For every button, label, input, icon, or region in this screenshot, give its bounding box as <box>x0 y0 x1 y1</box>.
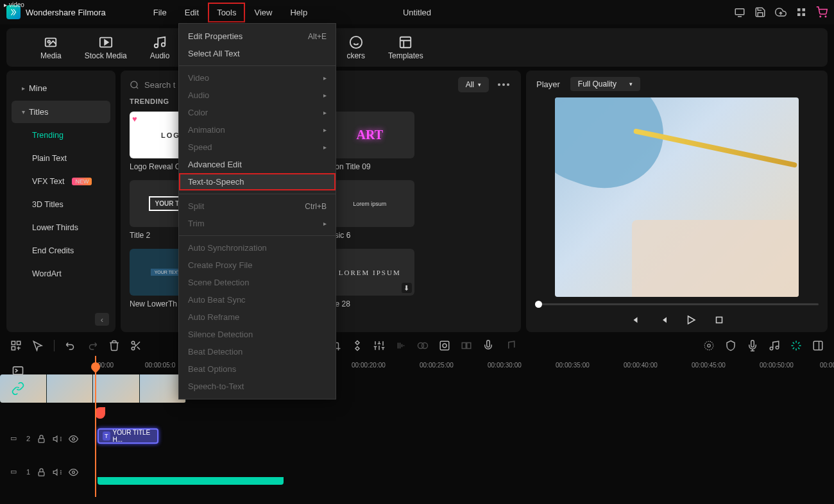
dd-auto-sync[interactable]: Auto Synchronization <box>179 239 336 256</box>
marker[interactable] <box>95 407 105 419</box>
menu-tools[interactable]: Tools <box>208 3 245 22</box>
thumb-neon[interactable]: ARTNeon Title 09 <box>325 112 414 171</box>
display-icon[interactable] <box>734 6 745 18</box>
adjust-button[interactable] <box>373 340 385 351</box>
tab-media[interactable]: Media <box>29 35 73 60</box>
dd-animation[interactable]: Animation▸ <box>179 121 336 139</box>
chroma-button[interactable] <box>439 340 450 351</box>
video-clip[interactable]: ▸video <box>0 374 186 403</box>
sidebar-titles[interactable]: ▾Titles <box>12 101 110 123</box>
svg-point-6 <box>825 16 826 17</box>
sidebar-vfx-text[interactable]: VFX TextNEW <box>12 171 110 192</box>
dd-select-all[interactable]: Select All Text <box>179 45 336 62</box>
visibility-icon[interactable] <box>69 467 78 477</box>
sidebar-plain-text[interactable]: Plain Text <box>12 147 110 169</box>
dd-trim[interactable]: Trim▸ <box>179 215 336 232</box>
dd-beat-opts[interactable]: Beat Options <box>179 360 336 378</box>
mute-icon[interactable] <box>53 434 62 444</box>
save-icon[interactable] <box>754 6 766 18</box>
dd-silence[interactable]: Silence Detection <box>179 326 336 343</box>
delete-button[interactable] <box>108 340 120 351</box>
sidebar-trending[interactable]: Trending <box>12 124 110 146</box>
sidebar-3d-titles[interactable]: 3D Titles <box>12 194 110 215</box>
favorite-icon[interactable]: ♥ <box>132 114 137 124</box>
new-badge: NEW <box>72 178 92 185</box>
sidebar-wordart[interactable]: WordArt <box>12 263 110 285</box>
mask-button[interactable] <box>417 340 429 351</box>
mute-icon[interactable] <box>53 467 62 477</box>
tab-stickers[interactable]: ckers <box>335 35 377 60</box>
dd-advanced-edit[interactable]: Advanced Edit <box>179 156 336 173</box>
svg-point-8 <box>48 40 51 43</box>
dd-proxy[interactable]: Create Proxy File <box>179 256 336 274</box>
app-name: Wondershare Filmora <box>26 8 106 17</box>
sidebar-mine[interactable]: ▸Mine <box>12 77 110 99</box>
voice-button[interactable] <box>482 340 494 351</box>
tab-audio[interactable]: Audio <box>139 35 182 60</box>
download-icon[interactable]: ⬇ <box>402 283 412 293</box>
svg-point-26 <box>708 344 711 348</box>
cart-icon[interactable] <box>816 6 828 18</box>
timeline-link-button[interactable] <box>12 382 24 395</box>
cloud-icon[interactable] <box>775 6 787 18</box>
more-options-button[interactable] <box>495 81 512 88</box>
dd-stt[interactable]: Speech-to-Text <box>179 378 336 395</box>
menu-file[interactable]: File <box>144 3 176 22</box>
quality-dropdown[interactable]: Full Quality▾ <box>570 77 640 91</box>
filter-all-dropdown[interactable]: All▾ <box>458 77 489 92</box>
render-button[interactable] <box>703 340 715 351</box>
cut-button[interactable] <box>130 340 142 351</box>
dd-beat-detect[interactable]: Beat Detection <box>179 343 336 360</box>
menu-view[interactable]: View <box>245 3 281 22</box>
thumb-basic6[interactable]: Lorem ipsumBasic 6 <box>325 180 414 240</box>
dd-scene[interactable]: Scene Detection <box>179 274 336 291</box>
select-tool-button[interactable] <box>32 340 44 351</box>
menu-edit[interactable]: Edit <box>176 3 208 22</box>
sidebar-end-credits[interactable]: End Credits <box>12 240 110 262</box>
snap-button[interactable] <box>790 340 802 351</box>
marker-button[interactable] <box>725 340 736 351</box>
speed-button[interactable] <box>395 340 407 351</box>
play-button[interactable] <box>685 314 697 326</box>
apps-icon[interactable] <box>796 6 807 18</box>
preview-scrubber[interactable] <box>535 303 819 305</box>
document-title: Untitled <box>403 8 431 17</box>
svg-point-25 <box>704 341 713 350</box>
expand-button[interactable] <box>812 340 824 351</box>
dd-color[interactable]: Color▸ <box>179 104 336 121</box>
step-back-button[interactable] <box>657 314 668 326</box>
record-button[interactable] <box>747 340 758 351</box>
dd-text-to-speech[interactable]: Text-to-Speech <box>179 173 336 190</box>
dd-speed[interactable]: Speed▸ <box>179 139 336 156</box>
group-button[interactable] <box>461 340 472 351</box>
dd-edit-properties[interactable]: Edit PropertiesAlt+E <box>179 28 336 45</box>
tab-stock-media[interactable]: Stock Media <box>73 35 139 60</box>
svg-point-12 <box>131 81 137 87</box>
sidebar-lower-thirds[interactable]: Lower Thirds <box>12 217 110 239</box>
text-clip[interactable]: TYOUR TITLE H... <box>98 428 158 444</box>
timeline-zoom-button[interactable] <box>12 364 24 377</box>
add-track-button[interactable] <box>10 340 22 351</box>
playhead[interactable] <box>95 356 96 497</box>
audio-mix-button[interactable] <box>504 340 516 351</box>
preview-viewport[interactable] <box>555 97 799 297</box>
lock-icon[interactable] <box>37 434 46 444</box>
dd-beat-sync[interactable]: Auto Beat Sync <box>179 291 336 308</box>
music-button[interactable] <box>769 340 780 351</box>
dd-audio[interactable]: Audio▸ <box>179 87 336 104</box>
prev-frame-button[interactable] <box>629 314 640 326</box>
lock-icon[interactable] <box>37 467 46 477</box>
audio-waveform[interactable] <box>98 477 284 485</box>
tab-templates[interactable]: Templates <box>377 35 435 60</box>
stop-button[interactable] <box>713 314 725 326</box>
thumb-title28[interactable]: LOREM IPSUM⬇Title 28 <box>325 249 414 308</box>
collapse-sidebar-button[interactable]: ‹ <box>95 313 109 326</box>
menu-help[interactable]: Help <box>281 3 316 22</box>
dd-video[interactable]: Video▸ <box>179 69 336 87</box>
keyframe-button[interactable] <box>352 340 363 351</box>
undo-button[interactable] <box>65 340 76 351</box>
dd-split[interactable]: SplitCtrl+B <box>179 197 336 215</box>
redo-button[interactable] <box>87 340 98 351</box>
visibility-icon[interactable] <box>69 434 78 444</box>
dd-reframe[interactable]: Auto Reframe <box>179 308 336 326</box>
